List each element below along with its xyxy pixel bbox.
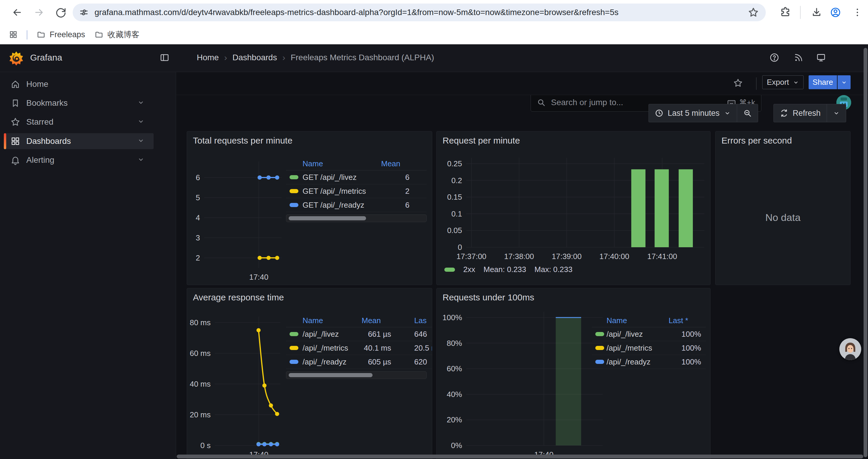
legend-header-row: Name Mean	[286, 157, 427, 170]
sidebar-item-alerting[interactable]: Alerting	[4, 152, 154, 168]
series-mean: 661 µs	[362, 330, 391, 339]
browser-menu-icon[interactable]	[851, 6, 864, 19]
extensions-icon[interactable]	[779, 6, 792, 19]
sidebar-item-dashboards[interactable]: Dashboards	[4, 133, 154, 149]
series-name[interactable]: GET /api/_/livez	[303, 173, 381, 182]
legend-row[interactable]: /api/_/metrics 100%	[592, 341, 706, 355]
help-icon[interactable]	[769, 53, 779, 63]
legend-header-mean[interactable]: Mean	[381, 159, 409, 168]
favorite-star-icon[interactable]	[733, 78, 743, 88]
grafana-header: Grafana Home › Dashboards › Freeleaps Me…	[0, 44, 868, 72]
legend-header-last[interactable]: Last *	[669, 316, 701, 325]
back-icon[interactable]	[11, 6, 24, 19]
legend-scrollbar[interactable]	[286, 215, 427, 222]
panel-title[interactable]: Average response time	[193, 292, 284, 302]
panel-title[interactable]: Total requests per minute	[193, 136, 292, 145]
chevron-down-icon	[724, 109, 731, 117]
assistant-avatar-button[interactable]	[839, 338, 861, 360]
legend-header-row: Name Last *	[592, 314, 706, 327]
legend-row[interactable]: /api/_/livez 100%	[592, 327, 706, 341]
breadcrumb-home[interactable]: Home	[197, 53, 219, 62]
legend-row[interactable]: GET /api/_/readyz 6	[286, 198, 427, 212]
panel-title[interactable]: Request per minute	[442, 136, 520, 145]
bar-chart[interactable]: 0.250.20.150.10.05017:37:0017:38:0017:39…	[438, 149, 709, 277]
chevron-down-icon[interactable]	[137, 99, 145, 107]
legend-inline[interactable]: 2xx Mean: 0.233 Max: 0.233	[444, 265, 572, 274]
series-color-pill	[444, 268, 455, 272]
zoom-out-button[interactable]	[737, 104, 758, 122]
apps-grid-icon[interactable]	[9, 28, 18, 41]
legend-row[interactable]: GET /api/_/livez 6	[286, 170, 427, 184]
legend-header-mean[interactable]: Mean	[362, 316, 391, 325]
timeseries-chart[interactable]: 6543217:40	[189, 150, 289, 284]
share-menu-button[interactable]	[838, 75, 850, 89]
panel-total-requests: Total requests per minute 6543217:40 Nam…	[187, 131, 432, 285]
refresh-button[interactable]: Refresh	[774, 104, 827, 122]
time-range-picker[interactable]: Last 5 minutes	[649, 104, 737, 122]
sidebar-item-bookmarks[interactable]: Bookmarks	[4, 95, 154, 111]
legend-header-name[interactable]: Name	[607, 316, 669, 325]
panel-title[interactable]: Requests under 100ms	[442, 292, 534, 302]
profile-icon[interactable]	[829, 6, 842, 19]
news-rss-icon[interactable]	[794, 53, 804, 63]
refresh-label: Refresh	[793, 109, 821, 118]
share-button[interactable]: Share	[809, 75, 837, 89]
breadcrumb: Home › Dashboards › Freeleaps Metrics Da…	[197, 53, 434, 63]
legend-row[interactable]: /api/_/livez 661 µs 646	[286, 327, 432, 341]
series-name[interactable]: GET /api/_/metrics	[303, 187, 381, 196]
series-name[interactable]: 2xx	[463, 265, 475, 274]
download-icon[interactable]	[810, 6, 823, 19]
horizontal-scrollbar[interactable]	[177, 455, 863, 458]
series-name[interactable]: /api/_/metrics	[303, 343, 362, 353]
site-info-icon[interactable]	[78, 6, 90, 19]
series-name[interactable]: /api/_/livez	[607, 330, 669, 339]
legend-header-name[interactable]: Name	[303, 159, 381, 168]
chevron-down-icon[interactable]	[137, 137, 145, 145]
clock-icon	[655, 109, 663, 118]
export-button[interactable]: Export	[762, 75, 804, 89]
sidebar-item-starred[interactable]: Starred	[4, 114, 154, 130]
area-chart[interactable]: 100%80%60%40%20%0%17:40	[438, 307, 607, 459]
forward-icon[interactable]	[32, 6, 45, 19]
bookmark-label: Freeleaps	[50, 30, 85, 39]
brand-name[interactable]: Grafana	[30, 53, 62, 63]
series-color-pill	[289, 346, 299, 350]
browser-toolbar: grafana.mathmast.com/d/deytv4rwavabkb/fr…	[0, 0, 868, 25]
svg-text:4: 4	[196, 213, 200, 222]
legend-row[interactable]: /api/_/metrics 40.1 ms 20.5 m	[286, 341, 432, 355]
refresh-interval-button[interactable]	[827, 104, 846, 122]
series-name[interactable]: /api/_/readyz	[607, 357, 669, 366]
url-bar[interactable]: grafana.mathmast.com/d/deytv4rwavabkb/fr…	[73, 4, 766, 21]
series-name[interactable]: GET /api/_/readyz	[303, 201, 381, 210]
sidebar-item-home[interactable]: Home	[4, 76, 154, 92]
timeseries-chart[interactable]: 80 ms60 ms40 ms20 ms0 s17:40	[189, 309, 289, 459]
panel-title[interactable]: Errors per second	[721, 136, 792, 145]
svg-text:0.25: 0.25	[447, 159, 462, 168]
toolbar-divider	[800, 6, 801, 19]
grafana-logo	[9, 51, 24, 66]
panel-requests-under-100ms: Requests under 100ms 100%80%60%40%20%0%1…	[436, 288, 711, 459]
monitor-icon[interactable]	[816, 53, 826, 63]
series-name[interactable]: /api/_/readyz	[303, 357, 362, 366]
bookmark-star-icon[interactable]	[747, 6, 760, 19]
reload-icon[interactable]	[54, 6, 67, 19]
vertical-scrollbar[interactable]	[864, 48, 867, 457]
breadcrumb-dashboards[interactable]: Dashboards	[232, 53, 277, 62]
legend-scrollbar[interactable]	[286, 371, 427, 379]
sidebar-toggle-icon[interactable]	[159, 53, 169, 63]
bookmark-folder-freeleaps[interactable]: Freeleaps	[37, 28, 85, 41]
legend-header-name[interactable]: Name	[303, 316, 362, 325]
legend-row[interactable]: /api/_/readyz 100%	[592, 355, 706, 369]
svg-text:0.15: 0.15	[447, 193, 462, 201]
url-text[interactable]: grafana.mathmast.com/d/deytv4rwavabkb/fr…	[95, 4, 618, 21]
legend-row[interactable]: GET /api/_/metrics 2	[286, 184, 427, 198]
chevron-down-icon[interactable]	[137, 156, 145, 165]
series-name[interactable]: /api/_/metrics	[607, 343, 669, 353]
chevron-down-icon[interactable]	[137, 118, 145, 126]
screen: { "browser": { "url": "grafana.mathmast.…	[0, 0, 868, 459]
legend-header-last[interactable]: Las	[391, 316, 432, 325]
svg-text:80%: 80%	[447, 339, 462, 348]
bookmark-folder-blogs[interactable]: 收藏博客	[95, 28, 140, 41]
series-name[interactable]: /api/_/livez	[303, 330, 362, 339]
legend-row[interactable]: /api/_/readyz 605 µs 620	[286, 355, 432, 369]
